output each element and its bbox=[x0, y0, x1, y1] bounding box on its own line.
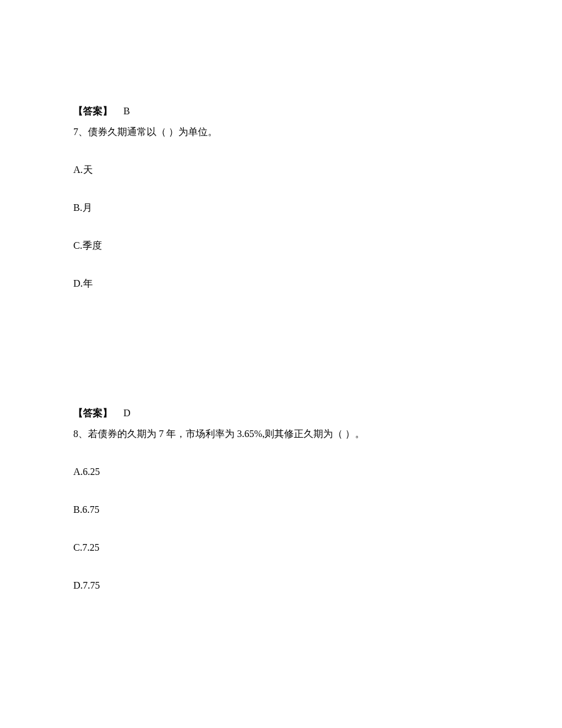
answer-block-2: 【答案】 D bbox=[73, 406, 489, 421]
question-7-option-c: C.季度 bbox=[73, 238, 489, 253]
answer-value-1: B bbox=[123, 106, 130, 116]
answer-block-1: 【答案】 B bbox=[73, 104, 489, 119]
question-8-option-b: B.6.75 bbox=[73, 502, 489, 517]
question-7-option-b: B.月 bbox=[73, 200, 489, 215]
question-8-option-d: D.7.75 bbox=[73, 578, 489, 593]
question-7-option-d: D.年 bbox=[73, 276, 489, 291]
question-7-text: 债券久期通常以（ ）为单位。 bbox=[88, 127, 217, 137]
question-8-option-c: C.7.25 bbox=[73, 540, 489, 555]
question-8: 8、若债券的久期为 7 年，市场利率为 3.65%,则其修正久期为（ ）。 bbox=[73, 427, 489, 441]
answer-label-1: 【答案】 bbox=[73, 106, 112, 116]
question-8-option-a: A.6.25 bbox=[73, 465, 489, 479]
spacing-gap-1 bbox=[73, 314, 489, 406]
question-7-number: 7、 bbox=[73, 127, 88, 137]
question-7-option-a: A.天 bbox=[73, 163, 489, 177]
question-8-text: 若债券的久期为 7 年，市场利率为 3.65%,则其修正久期为（ ）。 bbox=[88, 428, 365, 439]
answer-label-2: 【答案】 bbox=[73, 408, 112, 418]
answer-value-2: D bbox=[123, 408, 131, 418]
question-8-number: 8、 bbox=[73, 428, 88, 439]
question-7: 7、债券久期通常以（ ）为单位。 bbox=[73, 125, 489, 139]
